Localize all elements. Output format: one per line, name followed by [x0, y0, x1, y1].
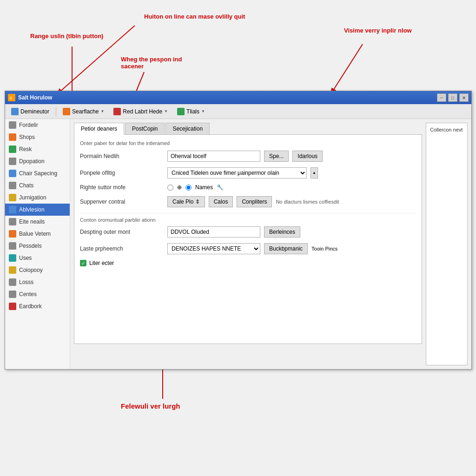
sidebar-item-ablvlesion[interactable]: Ablvlesion [5, 204, 70, 216]
toolbar-tlials[interactable]: Tlials ▼ [173, 106, 209, 118]
sidebar-label-losss: Losss [19, 279, 33, 285]
label-laste: Laste prpheemch [80, 245, 164, 252]
svg-line-2 [56, 26, 135, 95]
no-dlacturs-text: No dlacturs lismes coffiesdit [276, 199, 339, 205]
sidebar-label-jurnigation: Jurnigation [19, 194, 46, 201]
label-righte: Righte suttor mofe [80, 184, 164, 191]
annotation-arrow3: Wheg the pespon indsacener [121, 56, 182, 70]
sidebar-label-fordelir: Fordelir [19, 122, 38, 128]
sidebar-label-resk: Resk [19, 146, 32, 152]
sidebar-item-dpopation[interactable]: Dpopation [5, 155, 70, 167]
btn-conpliters[interactable]: Conpliters [237, 196, 272, 207]
sidebar-label-ablvlesion: Ablvlesion [19, 206, 45, 213]
btn-calos[interactable]: Calos [209, 196, 233, 207]
side-panel-title: Collercon nevt [430, 127, 463, 132]
toolbar-red-labrt-label: Red Labrt Hede [123, 108, 162, 115]
content-area: Petior deaners PostCopin Secejication On… [70, 119, 471, 369]
label-suppenver: Suppenver contral [80, 198, 164, 205]
tab-postcopin[interactable]: PostCopin [125, 123, 165, 134]
checkbox-checked-icon[interactable]: ✓ [80, 260, 86, 266]
title-bar-controls: − □ ✕ [437, 93, 469, 102]
annotation-arrow1: Huiton on line can mase ovlilly quit [144, 13, 245, 20]
coiopooy-icon [9, 266, 16, 274]
sidebar-item-centes[interactable]: Centes [5, 288, 70, 300]
form-row-6: Laste prpheemch DENOIZES HAPES NNETE Buc… [80, 243, 416, 254]
sidebar-label-pessdels: Pessdels [19, 243, 42, 249]
red-labrt-icon [113, 108, 121, 115]
sidebar-item-losss[interactable]: Losss [5, 276, 70, 288]
sidebar-item-eite[interactable]: Eite neails [5, 216, 70, 228]
form-row-2: Ponpele oflltig Cniced Tidelen ouve fime… [80, 167, 416, 178]
searflache-arrow: ▼ [100, 109, 104, 113]
balue-icon [9, 230, 16, 238]
sidebar-label-chair: Chair Sapecing [19, 170, 57, 177]
uses-icon [9, 254, 16, 262]
sidebar-item-fordelir[interactable]: Fordelir [5, 119, 70, 131]
sidebar-item-chair[interactable]: Chair Sapecing [5, 167, 70, 179]
ablvlesion-icon [9, 206, 16, 213]
sidebar-label-balue: Balue Vetem [19, 231, 51, 237]
radio-icon: 🔧 [217, 184, 224, 191]
input-despting[interactable] [167, 226, 260, 238]
fordelir-icon [9, 121, 16, 129]
toolbar-tlials-label: Tlials [186, 108, 199, 115]
radio-label: ⊕ [177, 184, 182, 191]
annotation-arrow7: Felewuli ver lurgh [121, 402, 180, 410]
select-ponpele[interactable]: Cniced Tidelen ouve fimer μainpermor ola… [167, 167, 307, 178]
maximize-button[interactable]: □ [448, 93, 457, 102]
toolbar-demineutor[interactable]: Demineutor [7, 106, 53, 118]
tab-secejication[interactable]: Secejication [165, 123, 210, 134]
toolbar-demineutor-label: Demineutor [20, 108, 49, 115]
label-despting: Despting outer mont [80, 229, 164, 235]
sidebar-item-balue[interactable]: Balue Vetem [5, 228, 70, 240]
tooin-pincs-text: Tooin Pincs [311, 246, 337, 251]
sidebar: Fordelir Shops Resk Dpopation Chair Sape… [5, 119, 70, 369]
radio-option1[interactable] [167, 185, 173, 191]
input-pormaiin[interactable] [167, 151, 260, 162]
section2-title: Conton oromuntual parbliir ationn [80, 213, 416, 223]
sidebar-item-eardbork[interactable]: Eardbork [5, 300, 70, 312]
side-panel: Collercon nevt [426, 123, 468, 365]
tab-petior[interactable]: Petior deaners [74, 123, 124, 135]
sidebar-label-uses: Uses [19, 255, 32, 261]
checkbox-row: ✓ Liter ecter [80, 260, 416, 266]
sidebar-item-resk[interactable]: Resk [5, 143, 70, 155]
sidebar-item-coiopooy[interactable]: Coiopooy [5, 264, 70, 276]
spinner-up[interactable]: ▲ [311, 167, 318, 178]
sidebar-item-pessdels[interactable]: Pessdels [5, 240, 70, 252]
toolbar-searflache-label: Searflache [72, 108, 99, 115]
sidebar-label-dpopation: Dpopation [19, 158, 45, 165]
resk-icon [9, 145, 16, 153]
minimize-button[interactable]: − [437, 93, 446, 102]
sidebar-item-jurnigation[interactable]: Jurnigation [5, 192, 70, 204]
cale-spinner: ⇕ [195, 198, 200, 205]
main-content: Fordelir Shops Resk Dpopation Chair Sape… [5, 119, 471, 369]
form-panel: Onter paber for delar fon the intleramed… [74, 135, 422, 344]
tab-bar: Petior deaners PostCopin Secejication [74, 123, 422, 135]
btn-spe[interactable]: Spe... [264, 151, 289, 162]
window-title: Salt Horulow [18, 94, 52, 101]
form-row-4: Suppenver contral Cale Plo ⇕ Calos Conpl… [80, 196, 416, 207]
sidebar-item-chats[interactable]: Chats [5, 179, 70, 192]
toolbar-separator-1 [56, 107, 56, 116]
eardbork-icon [9, 303, 16, 310]
radio-option2[interactable] [185, 185, 192, 191]
shops-icon [9, 133, 16, 141]
select-laste[interactable]: DENOIZES HAPES NNETE [167, 243, 260, 254]
sidebar-item-shops[interactable]: Shops [5, 131, 70, 143]
sidebar-label-shops: Shops [19, 134, 35, 140]
btn-idarlous[interactable]: Idarlous [292, 151, 323, 162]
toolbar-red-labrt[interactable]: Red Labrt Hede ▼ [109, 106, 172, 118]
toolbar-searflache[interactable]: Searflache ▼ [59, 106, 108, 118]
btn-cale-plo[interactable]: Cale Plo ⇕ [167, 196, 205, 207]
btn-berleinces[interactable]: Berleinces [264, 226, 300, 238]
title-bar: S Salt Horulow − □ ✕ [5, 91, 471, 104]
btn-buckbpmanic[interactable]: Buckbpmanic [264, 243, 308, 254]
label-pormaiin: Pormaiin Nedlih [80, 153, 164, 159]
sidebar-label-centes: Centes [19, 291, 37, 298]
radio-group: ⊕ Names 🔧 [167, 184, 224, 191]
window-icon: S [8, 94, 15, 101]
losss-icon [9, 278, 16, 286]
close-button[interactable]: ✕ [459, 93, 469, 102]
sidebar-item-uses[interactable]: Uses [5, 252, 70, 264]
